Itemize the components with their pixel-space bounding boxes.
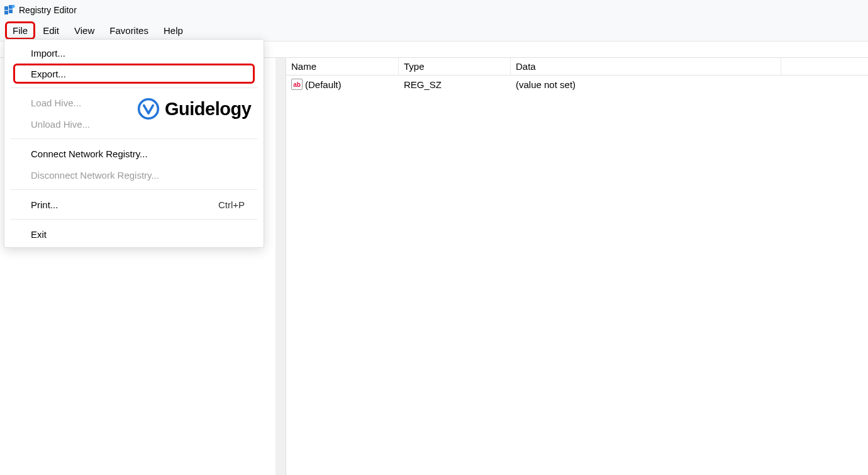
menu-separator (11, 87, 257, 88)
menu-item-disconnect: Disconnect Network Registry... (4, 164, 264, 186)
svg-point-4 (12, 5, 15, 8)
menu-item-load-hive: Load Hive... (4, 92, 264, 113)
print-shortcut: Ctrl+P (218, 199, 245, 210)
list-panel: Name Type Data ab (Default) REG_SZ (valu… (286, 58, 868, 475)
col-header-name[interactable]: Name (286, 58, 399, 75)
menu-bar: File Edit View Favorites Help (0, 20, 868, 42)
menu-separator (11, 189, 257, 190)
menu-favorites[interactable]: Favorites (102, 21, 156, 40)
menu-item-unload-hive: Unload Hive... (4, 113, 264, 135)
col-header-data[interactable]: Data (511, 58, 781, 75)
cell-name: ab (Default) (286, 75, 399, 93)
menu-item-print[interactable]: Print... Ctrl+P (4, 194, 264, 215)
svg-rect-3 (9, 9, 13, 13)
table-row[interactable]: ab (Default) REG_SZ (value not set) (286, 75, 868, 93)
svg-rect-2 (4, 11, 8, 14)
cell-name-text: (Default) (305, 79, 342, 90)
regedit-icon (4, 4, 15, 16)
menu-separator (11, 138, 257, 139)
menu-item-export[interactable]: Export... (13, 64, 255, 84)
menu-item-exit[interactable]: Exit (4, 223, 264, 245)
menu-item-connect[interactable]: Connect Network Registry... (4, 143, 264, 164)
menu-view[interactable]: View (67, 21, 102, 40)
file-dropdown-menu: Import... Export... Load Hive... Unload … (4, 39, 264, 248)
app-title: Registry Editor (19, 5, 77, 15)
menu-file[interactable]: File (5, 21, 35, 40)
svg-rect-0 (4, 6, 8, 10)
string-value-icon: ab (291, 79, 303, 90)
cell-type: REG_SZ (399, 75, 511, 93)
title-bar: Registry Editor (0, 0, 868, 20)
cell-data: (value not set) (511, 75, 781, 93)
menu-item-import[interactable]: Import... (4, 42, 264, 64)
menu-separator (11, 219, 257, 220)
list-header: Name Type Data (286, 58, 868, 75)
tree-scrollbar[interactable] (275, 58, 286, 475)
menu-edit[interactable]: Edit (35, 21, 67, 40)
col-header-type[interactable]: Type (399, 58, 511, 75)
menu-help[interactable]: Help (156, 21, 191, 40)
